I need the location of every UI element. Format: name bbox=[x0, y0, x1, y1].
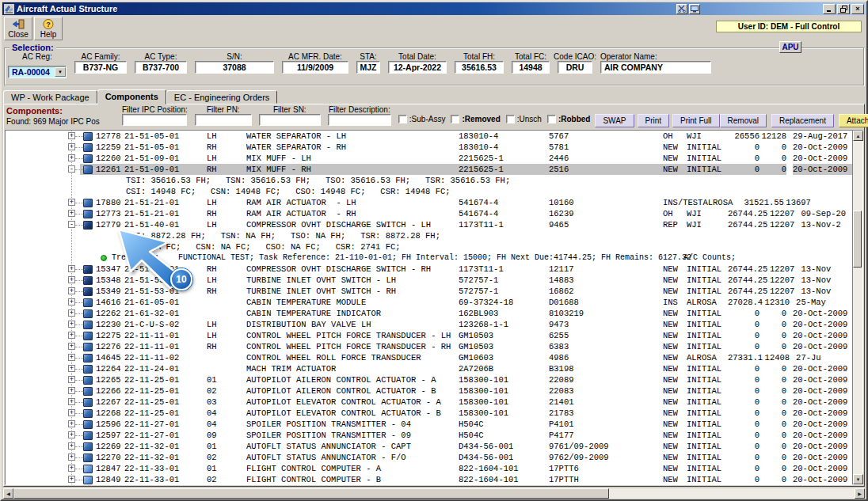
table-row[interactable]: +1534721-51-40-01RHCOMPRESSOR OVHT DISCH… bbox=[6, 264, 852, 275]
table-row[interactable]: +1226622-11-25-0102AUTOPILOT AILERON CON… bbox=[6, 385, 852, 397]
table-row[interactable]: +1227522-11-11-01LHCONTROL WHEEL PITCH F… bbox=[6, 330, 852, 341]
ac-reg-combo[interactable]: RA-00004 ▼ bbox=[8, 66, 67, 78]
table-row[interactable]: +1227622-11-11-01RHCONTROL WHEEL PITCH F… bbox=[6, 341, 852, 352]
table-row[interactable]: +1788021-51-21-01LHRAM AIR ACTUATOR - LH… bbox=[6, 197, 852, 208]
component-times-row[interactable]: CSI: NA FC; CSN: NA FC; CSO: NA FC; CSR:… bbox=[6, 241, 852, 252]
component-times-row[interactable]: TSI: 35616.53 FH; TSN: 35616.53 FH; TSO:… bbox=[6, 175, 852, 186]
tab-components[interactable]: Components bbox=[97, 89, 166, 104]
checkbox-removed[interactable]: :Removed bbox=[451, 115, 500, 123]
filter-sn-input[interactable] bbox=[259, 114, 321, 126]
scroll-left-icon[interactable]: ◀ bbox=[3, 488, 13, 499]
print-button[interactable]: Print bbox=[638, 114, 670, 127]
apu-button[interactable]: APU bbox=[779, 41, 801, 53]
help-button[interactable]: ? Help bbox=[34, 17, 63, 40]
tree-expander[interactable]: + bbox=[68, 199, 75, 206]
tree-expander[interactable]: + bbox=[68, 454, 75, 461]
tree-expander[interactable]: + bbox=[68, 309, 75, 317]
minimize-button[interactable] bbox=[823, 4, 836, 14]
chevron-down-icon[interactable]: ▼ bbox=[55, 67, 66, 77]
close-window-button[interactable]: × bbox=[851, 4, 864, 14]
table-row[interactable]: -1277921-51-40-01LHCOMPRESSOR OVHT DISCH… bbox=[6, 219, 852, 230]
table-row[interactable]: +1225921-51-05-01RHWATER SEPARATOR - RH1… bbox=[6, 142, 852, 153]
task-note-row[interactable]: Treatment: FUNCTIONAL TEST; Task Referen… bbox=[6, 252, 852, 264]
scroll-down-icon[interactable]: ▼ bbox=[853, 474, 863, 484]
table-row[interactable]: +1226422-11-24-01MACH TRIM ACTUATOR2A720… bbox=[6, 363, 852, 374]
tree-expander[interactable]: + bbox=[68, 143, 75, 150]
horizontal-scrollbar[interactable]: ◀ ▶ bbox=[3, 488, 865, 499]
close-button[interactable]: Close bbox=[4, 17, 32, 40]
tree-expander[interactable]: + bbox=[68, 387, 75, 394]
tree-expander[interactable]: + bbox=[68, 431, 75, 438]
checkbox-unsch[interactable]: :Unsch bbox=[506, 115, 542, 123]
tree-expander[interactable]: + bbox=[68, 376, 75, 383]
tree-expander[interactable]: + bbox=[68, 343, 75, 350]
table-row[interactable]: +1461621-61-05-01CABIN TEMPERATURE MODUL… bbox=[6, 297, 852, 308]
checkbox-box[interactable] bbox=[547, 115, 556, 123]
table-row[interactable]: +1226021-51-09-01LHMIX MUFF - LH2215625-… bbox=[6, 153, 852, 164]
vertical-scroll-track[interactable] bbox=[853, 141, 862, 474]
tree-expander[interactable]: + bbox=[68, 398, 75, 405]
table-row[interactable]: +1259622-11-27-0104SPOILER POSITION TRAN… bbox=[6, 419, 852, 430]
checkbox-box[interactable] bbox=[398, 115, 407, 123]
tab-wp-work-package[interactable]: WP - Work Package bbox=[3, 90, 97, 104]
filter-pn-input[interactable] bbox=[195, 114, 252, 126]
table-row[interactable]: +1284722-11-33-0101FLIGHT CONTROL COMPUT… bbox=[6, 463, 852, 474]
checkbox-robbed[interactable]: :Robbed bbox=[547, 115, 591, 123]
table-row[interactable]: +1227022-11-32-0102AUTOFLT STATUS ANNUNC… bbox=[6, 452, 852, 463]
tree-expander[interactable]: + bbox=[68, 420, 75, 427]
component-times-row[interactable]: TSI: 8872.28 FH; TSN: NA FH; TSO: NA FH;… bbox=[6, 230, 852, 241]
print-full-button[interactable]: Print Full bbox=[672, 114, 719, 127]
swap-button[interactable]: SWAP bbox=[595, 114, 634, 127]
table-row[interactable]: +1464522-11-11-02CONTROL WHEEL ROLL FORC… bbox=[6, 352, 852, 363]
tree-expander[interactable]: + bbox=[68, 354, 75, 361]
tree-expander[interactable]: + bbox=[68, 276, 75, 283]
table-row[interactable]: +1534921-51-53-01RHTURBINE INLET OVHT SW… bbox=[6, 286, 852, 297]
tree-expander[interactable]: + bbox=[68, 210, 75, 217]
scroll-right-icon[interactable]: ▶ bbox=[855, 488, 865, 499]
table-row[interactable]: +1277321-51-21-01RHRAM AIR ACTUATOR - RH… bbox=[6, 208, 852, 219]
table-row[interactable]: +1534821-51-53-01LHTURBINE INLET OVHT SW… bbox=[6, 275, 852, 286]
tree-expander[interactable]: + bbox=[68, 298, 75, 306]
checkbox-box[interactable] bbox=[506, 115, 515, 123]
checkbox-sub-assy[interactable]: :Sub-Assy bbox=[398, 115, 446, 123]
table-row[interactable]: +1226722-11-25-0103AUTOPILOT ELEVATOR CO… bbox=[6, 397, 852, 408]
checkbox-box[interactable] bbox=[451, 115, 459, 123]
tree-expander[interactable]: + bbox=[68, 332, 75, 339]
horizontal-scroll-thumb[interactable] bbox=[13, 488, 609, 499]
table-row[interactable]: +1284922-11-33-0102FLIGHT CONTROL COMPUT… bbox=[6, 474, 852, 484]
tree-expander[interactable]: + bbox=[68, 265, 75, 272]
tree-expander[interactable]: - bbox=[68, 221, 75, 228]
tree-expander[interactable]: + bbox=[68, 442, 75, 450]
vertical-scroll-thumb[interactable] bbox=[853, 211, 862, 268]
scroll-up-icon[interactable]: ▲ bbox=[853, 131, 863, 141]
table-row[interactable]: -1226121-51-09-01RHMIX MUFF - RH2215625-… bbox=[6, 164, 852, 175]
horizontal-scroll-track[interactable] bbox=[609, 488, 855, 499]
table-row[interactable]: +1226822-11-25-0104AUTOPILOT ELEVATOR CO… bbox=[6, 408, 852, 419]
tree-expander[interactable]: + bbox=[68, 132, 75, 139]
tree-expander[interactable]: + bbox=[68, 365, 75, 372]
table-row[interactable]: +1277821-51-05-01LHWATER SEPARATOR - LH1… bbox=[6, 131, 852, 142]
vertical-scrollbar[interactable]: ▲ ▼ bbox=[852, 131, 862, 484]
tree-expander[interactable]: + bbox=[68, 154, 75, 161]
screen-capture-icon[interactable] bbox=[689, 4, 700, 14]
tree-expander[interactable]: + bbox=[68, 409, 75, 416]
component-times-row[interactable]: CSI: 14948 FC; CSN: 14948 FC; CSO: 14948… bbox=[6, 186, 852, 197]
tab-ec-engineering-orders[interactable]: EC - Engineering Orders bbox=[166, 90, 277, 104]
tree-expander[interactable]: + bbox=[68, 476, 75, 483]
removal-button[interactable]: Removal bbox=[720, 114, 767, 127]
table-row[interactable]: +1223021-C-U-S-02LHDISTRIBUTION BAY VALV… bbox=[6, 319, 852, 330]
table-row[interactable]: +1226221-61-32-01CABIN TEMPERATURE INDIC… bbox=[6, 308, 852, 319]
tree-expander[interactable]: + bbox=[68, 287, 75, 294]
filter-ipc-position-input[interactable] bbox=[122, 114, 187, 126]
filter-description-input[interactable] bbox=[328, 114, 391, 126]
attach-button[interactable]: Attach bbox=[839, 114, 868, 127]
tree-expander[interactable]: + bbox=[68, 465, 75, 472]
scissors-icon[interactable] bbox=[676, 4, 687, 14]
tree-expander[interactable]: - bbox=[68, 165, 75, 173]
restore-button[interactable] bbox=[837, 4, 850, 14]
table-row[interactable]: +1226522-11-25-0101AUTOPILOT AILERON CON… bbox=[6, 374, 852, 385]
table-row[interactable]: +1226922-11-32-0101AUTOFLT STATUS ANNUNC… bbox=[6, 441, 852, 452]
replacement-button[interactable]: Replacement bbox=[771, 114, 834, 127]
tree-expander[interactable]: + bbox=[68, 321, 75, 328]
table-row[interactable]: +1259722-11-27-0109SPOILER POSITION TRAN… bbox=[6, 430, 852, 441]
